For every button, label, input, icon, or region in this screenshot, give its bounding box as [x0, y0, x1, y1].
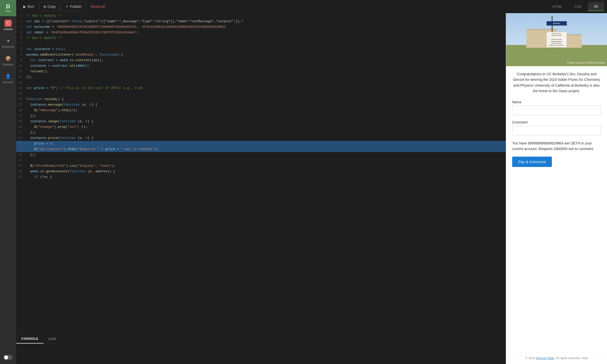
name-label: Name: [512, 100, 601, 104]
code-line-30: 30 if (!e) {: [16, 174, 506, 180]
code-line-28: 28 $("#formSubmitted").css("display", "n…: [16, 163, 506, 169]
sidebar-item-contract[interactable]: C contract: [0, 16, 16, 34]
code-line-15: 15: [16, 91, 506, 96]
sign-board-detail: Reserved forNobel LaureateNobel Laureate…: [547, 32, 567, 48]
sidebar-logo[interactable]: D dapp: [0, 0, 16, 16]
code-line-14: 14 var price = "0"; // This is in the un…: [16, 85, 506, 91]
run-label: Run: [28, 5, 34, 9]
code-line-2: 2 var abi = [{"constant":false,"inputs":…: [16, 19, 506, 24]
code-line-11: 11 reload();: [16, 69, 506, 74]
photo-credit: Photo courtesy of Dick Dunbar: [567, 61, 605, 64]
code-line-25: 25 $("#pricealert").html("Requires " + p…: [16, 147, 506, 152]
sidebar-item-deployed[interactable]: 📦 Deployed: [0, 52, 16, 69]
code-line-16: 16 function reload() {: [16, 96, 506, 102]
name-input[interactable]: [512, 106, 601, 115]
publish-label: Publish: [70, 5, 81, 9]
logo-text: dapp: [5, 10, 11, 12]
copy-label: Copy: [48, 5, 56, 9]
publish-button[interactable]: ↗ Publish: [61, 2, 86, 11]
sidebar-item-resources[interactable]: ✦ Resources: [0, 34, 16, 52]
name-field-group: Name: [512, 100, 601, 115]
reset-label: Reset All: [91, 5, 105, 9]
copy-icon: ⧉: [44, 5, 46, 9]
code-line-20: 20 instance.image(function (e, r) {: [16, 119, 506, 124]
comment-input[interactable]: [512, 126, 601, 135]
code-line-27: 27: [16, 158, 506, 163]
console-content: [16, 344, 506, 348]
contract-icon: C: [5, 20, 12, 27]
sidebar-label-accounts: Accounts: [3, 81, 13, 84]
sidebar-label-deployed: Deployed: [3, 63, 13, 66]
code-line-1: 1 /* Don't modify */: [16, 13, 506, 19]
code-line-23: 23 instance.price(function (e, r) {: [16, 135, 506, 141]
second-state-link[interactable]: Second State: [536, 356, 554, 360]
deployed-icon: 📦: [5, 55, 12, 62]
run-icon: ▶: [23, 5, 26, 9]
code-line-24: 24 price = r;: [16, 141, 506, 147]
code-line-13: 13: [16, 80, 506, 85]
logo-letter: D: [6, 4, 10, 9]
reset-button[interactable]: Reset All: [87, 2, 109, 11]
sidebar-label-resources: Resources: [2, 45, 14, 48]
preview-footer: © 2019 Second State. All rights reserved…: [506, 352, 607, 364]
code-line-7: 7 var instance = null;: [16, 46, 506, 52]
accounts-icon: 👤: [5, 73, 12, 80]
run-button[interactable]: ▶ Run: [19, 2, 38, 11]
console-tab-log[interactable]: LOG: [44, 334, 61, 344]
code-line-26: 26 });: [16, 152, 506, 158]
sidebar-toggle-area: [4, 355, 13, 360]
code-line-17: 17 instance.message(function (e, r) {: [16, 102, 506, 108]
code-line-5: 5 /* Don't modify */: [16, 35, 506, 41]
code-line-8: 8 window.addEventListener('web3Ready', f…: [16, 52, 506, 58]
pay-comment-button[interactable]: Pay & Comment: [512, 157, 552, 167]
sidebar-label-contract: contract: [4, 28, 13, 31]
comment-field-group: Comment: [512, 120, 601, 135]
console-tab-console[interactable]: CONSOLE: [16, 334, 44, 344]
editor-preview-area: 1 /* Don't modify */ 2 var abi = [{"cons…: [16, 13, 607, 364]
main-content: ▶ Run ⧉ Copy ↗ Publish Reset All HTML CS…: [16, 0, 607, 364]
console-tabs: CONSOLE LOG: [16, 334, 506, 344]
sidebar-item-accounts[interactable]: 👤 Accounts: [0, 69, 16, 87]
comment-label: Comment: [512, 120, 601, 124]
sign-board-berkeley: Berkeley: [547, 21, 567, 26]
code-line-18: 18 $("#message").html(r);: [16, 108, 506, 113]
preview-description: Congratulations to UC Berkeley's Drs. Do…: [512, 71, 601, 94]
dark-mode-toggle[interactable]: [4, 355, 13, 360]
publish-icon: ↗: [65, 5, 68, 9]
code-line-3: 3 var bytecode = '6060604052341561000f57…: [16, 24, 506, 30]
code-line-6: 6: [16, 41, 506, 46]
code-line-9: 9 var contract = web3.ss.contract(abi);: [16, 58, 506, 63]
editor-pane: 1 /* Don't modify */ 2 var abi = [{"cons…: [16, 13, 506, 364]
wei-info: You have 999999999999629864 wei OETH in …: [512, 140, 601, 152]
resources-icon: ✦: [5, 37, 12, 44]
toolbar: ▶ Run ⧉ Copy ↗ Publish Reset All HTML CS…: [16, 0, 607, 13]
code-line-29: 29 web3.ss.getAccounts(function (e, addr…: [16, 169, 506, 174]
code-line-4: 4 var cAddr = '0x0fa59ba350dcfb6bd32332c…: [16, 30, 506, 35]
scene-bg: Berkeley Reserved forNobel LaureateNobel…: [506, 13, 607, 66]
code-area[interactable]: 1 /* Don't modify */ 2 var abi = [{"cons…: [16, 13, 506, 334]
toolbar-tabs: HTML CSS JS: [547, 2, 604, 11]
copy-button[interactable]: ⧉ Copy: [39, 2, 60, 11]
tab-js[interactable]: JS: [588, 2, 604, 11]
code-line-10: 10 instance = contract.at(cAddr);: [16, 63, 506, 69]
preview-body: Congratulations to UC Berkeley's Drs. Do…: [506, 66, 607, 352]
code-line-22: 22 });: [16, 130, 506, 135]
code-line-21: 21 $("#image").prop("src", r);: [16, 124, 506, 130]
console-area: CONSOLE LOG: [16, 334, 506, 364]
code-line-12: 12 });: [16, 74, 506, 80]
code-line-19: 19 });: [16, 113, 506, 119]
preview-pane: Berkeley Reserved forNobel LaureateNobel…: [506, 13, 607, 364]
tab-html[interactable]: HTML: [547, 2, 568, 11]
preview-image: Berkeley Reserved forNobel LaureateNobel…: [506, 13, 607, 66]
sidebar: D dapp C contract ✦ Resources 📦 Deployed…: [0, 0, 16, 364]
tab-css[interactable]: CSS: [568, 2, 588, 11]
